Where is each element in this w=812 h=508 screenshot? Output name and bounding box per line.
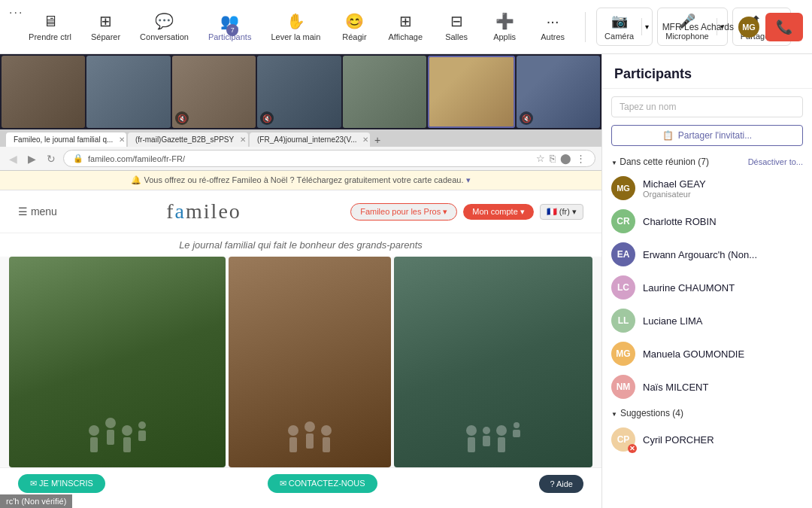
avatar-luciane: LL	[611, 309, 635, 333]
tab-3-close[interactable]: ✕	[362, 135, 368, 144]
browser-tab-3[interactable]: (FR_A4)journal_interne23(V... ✕	[250, 132, 370, 147]
invite-button[interactable]: 📋 Partager l'invitati...	[611, 125, 803, 146]
add-tab-button[interactable]: +	[374, 134, 380, 146]
separate-icon: ⊞	[99, 12, 112, 30]
panel-title: Participants	[602, 54, 812, 89]
video-thumb-2[interactable]	[86, 56, 170, 128]
participants-button[interactable]: 👥 7 Participants	[201, 8, 259, 46]
participant-name-laurine: Laurine CHAUMONT	[643, 282, 803, 294]
suggestions-chevron-icon	[611, 408, 617, 418]
browser-tab-1[interactable]: Famileo, le journal familial q... ✕	[6, 132, 126, 147]
famileo-tagline: Le journal familial qui fait le bonheur …	[0, 233, 601, 257]
refresh-button[interactable]: ↻	[44, 151, 59, 166]
copy-icon[interactable]: ⎘	[550, 153, 556, 164]
participant-info-michael-geay: Michael GEAY Organisateur	[643, 178, 803, 199]
rooms-button[interactable]: ⊟ Salles	[435, 8, 478, 46]
participant-info-nais: Naïs MILCENT	[643, 382, 803, 393]
toolbar-right: MFR Les Achards MG 📞	[662, 13, 803, 41]
famileo-banner: 🔔 Vous offrez ou ré-offrez Famileo à Noë…	[0, 171, 601, 190]
participant-info-laurine: Laurine CHAUMONT	[643, 282, 803, 294]
tab-1-close[interactable]: ✕	[119, 135, 125, 144]
participant-item-charlotte-robin[interactable]: CR Charlotte ROBIN	[602, 205, 812, 238]
hero-image-2	[229, 257, 391, 467]
display-icon: ⊞	[399, 12, 412, 30]
more-icon[interactable]: ⋮	[576, 153, 586, 164]
camera-icon: 📷	[611, 13, 628, 29]
rooms-icon: ⊟	[450, 12, 463, 30]
participant-item-cyril[interactable]: CP ✕ Cyril PORCHER	[602, 423, 812, 456]
pros-button[interactable]: Famileo pour les Pros ▾	[350, 203, 457, 221]
raise-hand-button[interactable]: ✋ Lever la main	[263, 8, 328, 46]
apps-label: Applis	[493, 32, 516, 41]
lang-button[interactable]: 🇫🇷 (fr) ▾	[540, 204, 583, 220]
in-meeting-section-header[interactable]: Dans cette réunion (7) Désactiver to...	[602, 152, 812, 172]
participant-info-cyril: Cyril PORCHER	[643, 434, 803, 446]
rooms-label: Salles	[445, 32, 468, 41]
video-thumb-6[interactable]	[428, 56, 514, 128]
browser-tab-2[interactable]: (fr-mail)Gazette_B2B_sPPSY ✕	[128, 132, 248, 147]
video-thumb-4[interactable]: 🔇	[257, 56, 341, 128]
avatar-manuela: MG	[611, 342, 635, 366]
participant-item-laurine[interactable]: LC Laurine CHAUMONT	[602, 271, 812, 304]
participant-item-luciane[interactable]: LL Luciane LIMA	[602, 304, 812, 337]
camera-control-group: 📷 Caméra ▾	[596, 8, 653, 46]
people-silhouette-2	[288, 421, 332, 452]
forward-button[interactable]: ▶	[25, 151, 39, 166]
aide-button[interactable]: ? Aide	[539, 475, 583, 493]
video-thumb-1[interactable]	[2, 56, 85, 128]
others-button[interactable]: ··· Autres	[531, 8, 574, 46]
tab-3-label: (FR_A4)journal_interne23(V...	[257, 135, 356, 144]
banner-chevron[interactable]: ▾	[466, 175, 471, 184]
org-name: MFR Les Achards	[662, 22, 734, 32]
display-button[interactable]: ⊞ Affichage	[380, 8, 430, 46]
camera-button[interactable]: 📷 Caméra	[597, 8, 641, 45]
star-icon[interactable]: ☆	[536, 153, 545, 164]
back-button[interactable]: ◀	[6, 151, 20, 166]
people-silhouette-3	[466, 422, 520, 452]
react-button[interactable]: 😊 Réagir	[332, 8, 376, 46]
video-thumb-5[interactable]	[343, 56, 426, 128]
famileo-logo: famileo	[166, 199, 241, 224]
suggestions-section-header[interactable]: Suggestions (4)	[602, 403, 812, 423]
camera-chevron[interactable]: ▾	[641, 18, 652, 35]
mute-all-button[interactable]: Désactiver to...	[748, 157, 803, 166]
conversation-button[interactable]: 💬 Conversation	[132, 8, 196, 46]
video-strip: 🔇 🔇 🔇	[0, 54, 601, 129]
participant-item-erwann[interactable]: EA Erwann Argouarc'h (Non...	[602, 238, 812, 271]
hero-overlay-1	[9, 257, 226, 467]
participant-item-manuela[interactable]: MG Manuela GOUMONDIE	[602, 337, 812, 370]
muted-icon-7: 🔇	[520, 111, 533, 125]
participant-info-charlotte-robin: Charlotte ROBIN	[643, 216, 803, 227]
participant-item-michael-geay[interactable]: MG Michael GEAY Organisateur	[602, 172, 812, 205]
avatar-michael-geay: MG	[611, 176, 635, 200]
invite-icon: 📋	[662, 130, 674, 141]
video-area: 🔇 🔇 🔇 Famileo, le j	[0, 54, 601, 508]
apps-button[interactable]: ➕ Applis	[483, 8, 526, 46]
avatar-cyril: CP ✕	[611, 427, 635, 452]
search-box[interactable]: Tapez un nom	[611, 96, 803, 117]
menu-button[interactable]: ☰ menu	[18, 205, 57, 217]
separate-label: Séparer	[91, 32, 120, 41]
separate-button[interactable]: ⊞ Séparer	[83, 8, 128, 46]
people-silhouette-1	[89, 418, 146, 452]
tab-2-label: (fr-mail)Gazette_B2B_sPPSY	[135, 135, 234, 144]
browser-nav: ◀ ▶ ↻ 🔒 famileo.com/famileo/fr-FR/ ☆ ⎘ ⬤…	[0, 147, 601, 170]
inscription-button[interactable]: ✉ JE M'INSCRIS	[18, 474, 105, 493]
url-bar[interactable]: 🔒 famileo.com/famileo/fr-FR/ ☆ ⎘ ⬤ ⋮	[63, 150, 595, 167]
video-thumb-7[interactable]: 🔇	[517, 56, 600, 128]
tab-2-close[interactable]: ✕	[240, 135, 246, 144]
end-call-button[interactable]: 📞	[765, 13, 803, 41]
famileo-bottom-bar: ✉ JE M'INSCRIS ✉ CONTACTEZ-NOUS ? Aide	[0, 467, 601, 499]
active-speaker-label: rc'h (Non vérifié)	[0, 494, 72, 508]
main-area: 🔇 🔇 🔇 Famileo, le j	[0, 54, 812, 508]
contact-button[interactable]: ✉ CONTACTEZ-NOUS	[268, 474, 377, 493]
circle-icon[interactable]: ⬤	[560, 153, 571, 164]
participant-item-nais[interactable]: NM Naïs MILCENT	[602, 370, 812, 403]
org-info: MFR Les Achards MG	[662, 17, 759, 38]
compte-button[interactable]: Mon compte ▾	[463, 204, 534, 220]
participant-name-erwann: Erwann Argouarc'h (Non...	[643, 249, 803, 260]
participant-name-nais: Naïs MILCENT	[643, 382, 803, 393]
take-ctrl-button[interactable]: 🖥 Prendre ctrl	[21, 8, 79, 46]
video-thumb-3[interactable]: 🔇	[172, 56, 256, 128]
participant-info-manuela: Manuela GOUMONDIE	[643, 348, 803, 360]
